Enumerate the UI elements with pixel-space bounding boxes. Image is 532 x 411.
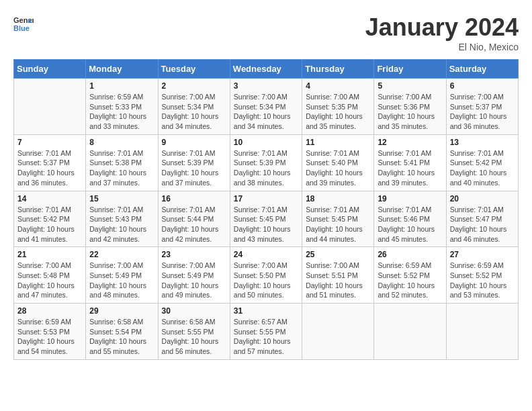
svg-text:Blue: Blue <box>13 24 30 32</box>
day-number: 20 <box>450 194 515 203</box>
day-cell: 19Sunrise: 7:01 AM Sunset: 5:46 PM Dayli… <box>374 191 446 247</box>
week-row-2: 7Sunrise: 7:01 AM Sunset: 5:37 PM Daylig… <box>14 134 519 191</box>
day-number: 2 <box>162 81 226 91</box>
day-info: Sunrise: 6:59 AM Sunset: 5:33 PM Dayligh… <box>89 92 154 132</box>
day-cell: 9Sunrise: 7:01 AM Sunset: 5:39 PM Daylig… <box>158 134 230 191</box>
day-cell: 22Sunrise: 7:00 AM Sunset: 5:49 PM Dayli… <box>86 247 158 304</box>
day-cell: 11Sunrise: 7:01 AM Sunset: 5:40 PM Dayli… <box>302 134 374 191</box>
day-number: 1 <box>89 81 154 91</box>
day-cell: 16Sunrise: 7:01 AM Sunset: 5:44 PM Dayli… <box>158 191 230 247</box>
day-number: 27 <box>450 250 515 259</box>
day-number: 5 <box>378 81 442 91</box>
day-number: 3 <box>234 81 298 91</box>
day-cell: 12Sunrise: 7:01 AM Sunset: 5:41 PM Dayli… <box>374 134 446 191</box>
week-row-4: 21Sunrise: 7:00 AM Sunset: 5:48 PM Dayli… <box>14 247 519 304</box>
calendar-table: SundayMondayTuesdayWednesdayThursdayFrid… <box>13 59 519 360</box>
day-info: Sunrise: 7:01 AM Sunset: 5:39 PM Dayligh… <box>162 148 226 188</box>
day-number: 9 <box>162 138 226 147</box>
day-info: Sunrise: 7:00 AM Sunset: 5:49 PM Dayligh… <box>89 261 154 300</box>
header-cell-friday: Friday <box>374 60 446 79</box>
day-info: Sunrise: 6:59 AM Sunset: 5:53 PM Dayligh… <box>17 317 82 357</box>
day-number: 18 <box>306 194 370 203</box>
day-number: 11 <box>306 138 370 147</box>
day-cell: 8Sunrise: 7:01 AM Sunset: 5:38 PM Daylig… <box>86 134 158 191</box>
day-cell: 1Sunrise: 6:59 AM Sunset: 5:33 PM Daylig… <box>86 79 158 135</box>
day-cell: 23Sunrise: 7:00 AM Sunset: 5:49 PM Dayli… <box>158 247 230 304</box>
day-number: 8 <box>89 138 154 147</box>
day-cell <box>446 304 518 360</box>
page-header: General Blue January 2024 El Nio, Mexico <box>13 13 519 52</box>
day-info: Sunrise: 7:01 AM Sunset: 5:42 PM Dayligh… <box>450 148 515 188</box>
day-cell: 21Sunrise: 7:00 AM Sunset: 5:48 PM Dayli… <box>14 247 86 304</box>
day-number: 24 <box>234 250 298 259</box>
day-number: 4 <box>306 81 370 91</box>
day-info: Sunrise: 7:00 AM Sunset: 5:48 PM Dayligh… <box>17 261 82 300</box>
day-number: 19 <box>378 194 442 203</box>
day-cell: 3Sunrise: 7:00 AM Sunset: 5:34 PM Daylig… <box>230 79 302 135</box>
day-info: Sunrise: 7:01 AM Sunset: 5:46 PM Dayligh… <box>378 205 442 244</box>
day-info: Sunrise: 6:59 AM Sunset: 5:52 PM Dayligh… <box>378 261 442 300</box>
header-cell-sunday: Sunday <box>14 60 86 79</box>
day-info: Sunrise: 7:00 AM Sunset: 5:36 PM Dayligh… <box>378 92 442 132</box>
month-title: January 2024 <box>365 13 519 42</box>
day-info: Sunrise: 7:01 AM Sunset: 5:39 PM Dayligh… <box>234 148 298 188</box>
day-number: 16 <box>162 194 226 203</box>
day-number: 12 <box>378 138 442 147</box>
day-info: Sunrise: 7:01 AM Sunset: 5:40 PM Dayligh… <box>306 148 370 188</box>
day-cell: 2Sunrise: 7:00 AM Sunset: 5:34 PM Daylig… <box>158 79 230 135</box>
svg-text:General: General <box>13 16 34 24</box>
day-info: Sunrise: 7:00 AM Sunset: 5:49 PM Dayligh… <box>162 261 226 300</box>
day-cell: 26Sunrise: 6:59 AM Sunset: 5:52 PM Dayli… <box>374 247 446 304</box>
header-cell-wednesday: Wednesday <box>230 60 302 79</box>
day-number: 14 <box>17 194 82 203</box>
day-info: Sunrise: 7:00 AM Sunset: 5:51 PM Dayligh… <box>306 261 370 300</box>
day-info: Sunrise: 6:57 AM Sunset: 5:55 PM Dayligh… <box>234 317 298 357</box>
day-info: Sunrise: 7:00 AM Sunset: 5:34 PM Dayligh… <box>234 92 298 132</box>
header-cell-tuesday: Tuesday <box>158 60 230 79</box>
day-cell: 20Sunrise: 7:01 AM Sunset: 5:47 PM Dayli… <box>446 191 518 247</box>
day-number: 31 <box>234 306 298 316</box>
day-cell: 30Sunrise: 6:58 AM Sunset: 5:55 PM Dayli… <box>158 304 230 360</box>
day-cell: 24Sunrise: 7:00 AM Sunset: 5:50 PM Dayli… <box>230 247 302 304</box>
day-cell: 10Sunrise: 7:01 AM Sunset: 5:39 PM Dayli… <box>230 134 302 191</box>
week-row-3: 14Sunrise: 7:01 AM Sunset: 5:42 PM Dayli… <box>14 191 519 247</box>
day-info: Sunrise: 7:01 AM Sunset: 5:47 PM Dayligh… <box>450 205 515 244</box>
day-cell: 15Sunrise: 7:01 AM Sunset: 5:43 PM Dayli… <box>86 191 158 247</box>
day-cell: 14Sunrise: 7:01 AM Sunset: 5:42 PM Dayli… <box>14 191 86 247</box>
header-cell-monday: Monday <box>86 60 158 79</box>
header-row: SundayMondayTuesdayWednesdayThursdayFrid… <box>14 60 519 79</box>
day-cell: 7Sunrise: 7:01 AM Sunset: 5:37 PM Daylig… <box>14 134 86 191</box>
day-cell: 17Sunrise: 7:01 AM Sunset: 5:45 PM Dayli… <box>230 191 302 247</box>
day-cell: 13Sunrise: 7:01 AM Sunset: 5:42 PM Dayli… <box>446 134 518 191</box>
day-info: Sunrise: 7:01 AM Sunset: 5:45 PM Dayligh… <box>306 205 370 244</box>
day-number: 29 <box>89 306 154 316</box>
day-cell: 31Sunrise: 6:57 AM Sunset: 5:55 PM Dayli… <box>230 304 302 360</box>
day-info: Sunrise: 7:01 AM Sunset: 5:44 PM Dayligh… <box>162 205 226 244</box>
day-cell: 5Sunrise: 7:00 AM Sunset: 5:36 PM Daylig… <box>374 79 446 135</box>
day-number: 15 <box>89 194 154 203</box>
day-info: Sunrise: 7:01 AM Sunset: 5:43 PM Dayligh… <box>89 205 154 244</box>
day-cell <box>302 304 374 360</box>
title-area: January 2024 El Nio, Mexico <box>365 13 519 52</box>
day-number: 10 <box>234 138 298 147</box>
header-cell-thursday: Thursday <box>302 60 374 79</box>
week-row-5: 28Sunrise: 6:59 AM Sunset: 5:53 PM Dayli… <box>14 304 519 360</box>
day-number: 13 <box>450 138 515 147</box>
subtitle: El Nio, Mexico <box>365 42 519 52</box>
day-info: Sunrise: 7:01 AM Sunset: 5:38 PM Dayligh… <box>89 148 154 188</box>
day-info: Sunrise: 6:58 AM Sunset: 5:54 PM Dayligh… <box>89 317 154 357</box>
calendar-body: 1Sunrise: 6:59 AM Sunset: 5:33 PM Daylig… <box>14 79 519 360</box>
day-number: 30 <box>162 306 226 316</box>
day-number: 28 <box>17 306 82 316</box>
logo-icon: General Blue <box>13 13 34 34</box>
day-info: Sunrise: 7:00 AM Sunset: 5:50 PM Dayligh… <box>234 261 298 300</box>
day-cell: 18Sunrise: 7:01 AM Sunset: 5:45 PM Dayli… <box>302 191 374 247</box>
day-number: 7 <box>17 138 82 147</box>
week-row-1: 1Sunrise: 6:59 AM Sunset: 5:33 PM Daylig… <box>14 79 519 135</box>
day-cell: 25Sunrise: 7:00 AM Sunset: 5:51 PM Dayli… <box>302 247 374 304</box>
day-number: 23 <box>162 250 226 259</box>
day-number: 6 <box>450 81 515 91</box>
day-info: Sunrise: 7:01 AM Sunset: 5:41 PM Dayligh… <box>378 148 442 188</box>
day-info: Sunrise: 7:00 AM Sunset: 5:35 PM Dayligh… <box>306 92 370 132</box>
day-cell: 27Sunrise: 6:59 AM Sunset: 5:52 PM Dayli… <box>446 247 518 304</box>
